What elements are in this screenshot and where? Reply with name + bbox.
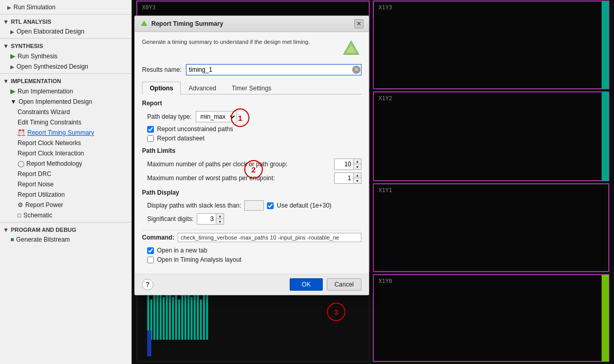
ok-button[interactable]: OK bbox=[290, 278, 322, 291]
sidebar-item-label: Run Synthesis bbox=[18, 53, 57, 60]
use-default-label[interactable]: Use default (1e+30) bbox=[277, 202, 332, 209]
open-new-tab-label[interactable]: Open in a new tab bbox=[157, 247, 207, 254]
open-new-tab-checkbox[interactable] bbox=[147, 247, 154, 254]
sidebar-item-generate-bitstream[interactable]: ■ Generate Bitstream bbox=[0, 234, 131, 245]
results-name-input[interactable] bbox=[186, 64, 361, 75]
collapse-icon: ▼ bbox=[3, 19, 9, 25]
sidebar-item-label: Constraints Wizard bbox=[18, 108, 70, 116]
tabs-row: Options Advanced Timer Settings bbox=[142, 82, 361, 94]
sidebar-item-open-synthesized[interactable]: ▶ Open Synthesized Design bbox=[0, 61, 131, 72]
sidebar-item-run-implementation[interactable]: ▶ Run Implementation bbox=[0, 86, 131, 97]
open-timing-analysis-checkbox[interactable] bbox=[147, 257, 154, 263]
dialog-close-button[interactable]: ✕ bbox=[354, 19, 364, 28]
slack-row: Display paths with slack less than: Use … bbox=[142, 200, 361, 211]
collapse-icon: ▼ bbox=[3, 227, 9, 233]
report-unconstrained-label[interactable]: Report unconstrained paths bbox=[157, 125, 233, 133]
run-arrow-icon: ▶ bbox=[10, 52, 15, 60]
significant-input-wrap: ▲ ▼ bbox=[197, 213, 224, 225]
command-row: Command: check_timing_verbose -max_paths… bbox=[142, 230, 361, 245]
max-paths-input[interactable] bbox=[335, 160, 353, 169]
sidebar: ▶ Run Simulation ▼ RTL ANALYSIS ▶ Open E… bbox=[0, 0, 132, 364]
sidebar-item-open-implemented[interactable]: ▼ Open Implemented Design bbox=[0, 97, 131, 107]
sidebar-item-label: Report Noise bbox=[18, 181, 54, 188]
sidebar-item-run-simulation[interactable]: ▶ Run Simulation bbox=[0, 2, 131, 12]
sidebar-item-run-synthesis[interactable]: ▶ Run Synthesis bbox=[0, 51, 131, 61]
annotation-3: 3 bbox=[327, 303, 345, 321]
bitstream-icon: ■ bbox=[10, 236, 14, 243]
max-paths-input-wrap: ▲ ▼ bbox=[334, 159, 361, 170]
main-area: X0Y3 X1Y3 X0Y2 X1Y2 X0Y1 X1Y1 X0Y0 bbox=[132, 0, 614, 364]
command-label: Command: bbox=[142, 234, 175, 241]
section-label: IMPLEMENTATION bbox=[11, 78, 61, 84]
footer-right: OK Cancel bbox=[290, 278, 361, 291]
report-datasheet-checkbox[interactable] bbox=[147, 135, 154, 142]
tab-options[interactable]: Options bbox=[142, 82, 181, 94]
open-timing-analysis-label[interactable]: Open in Timing Analysis layout bbox=[157, 256, 241, 263]
significant-down[interactable]: ▼ bbox=[216, 219, 224, 224]
sidebar-item-label: Schematic bbox=[23, 212, 52, 219]
max-worst-input-wrap: ▲ ▼ bbox=[334, 172, 361, 184]
sidebar-item-report-noise[interactable]: Report Noise bbox=[0, 179, 131, 189]
max-paths-label: Maximum number of paths per clock or pat… bbox=[147, 161, 334, 168]
results-clear-button[interactable]: ✕ bbox=[352, 66, 360, 74]
sidebar-item-report-timing-summary[interactable]: ⏰ Report Timing Summary bbox=[0, 128, 131, 138]
max-paths-down[interactable]: ▼ bbox=[354, 164, 361, 169]
max-paths-row: Maximum number of paths per clock or pat… bbox=[142, 159, 361, 170]
path-delay-label: Path delay type: bbox=[147, 113, 192, 120]
sidebar-item-edit-timing[interactable]: Edit Timing Constraints bbox=[0, 117, 131, 128]
results-name-row: Results name: ✕ bbox=[142, 64, 361, 75]
cancel-button[interactable]: Cancel bbox=[327, 278, 361, 291]
dialog-title-text: Report Timing Summary bbox=[151, 20, 223, 27]
max-worst-up[interactable]: ▲ bbox=[354, 173, 361, 178]
tab-timer-settings[interactable]: Timer Settings bbox=[224, 82, 279, 94]
sidebar-item-label: Run Implementation bbox=[18, 88, 73, 95]
sidebar-item-report-clock-interaction[interactable]: Report Clock Interaction bbox=[0, 148, 131, 159]
sidebar-item-report-methodology[interactable]: ◯ Report Methodology bbox=[0, 159, 131, 169]
slack-input[interactable] bbox=[244, 200, 264, 211]
sidebar-item-label: Open Synthesized Design bbox=[17, 63, 88, 70]
max-worst-spinner: ▲ ▼ bbox=[353, 173, 361, 183]
sidebar-item-report-drc[interactable]: Report DRC bbox=[0, 169, 131, 179]
use-default-checkbox[interactable] bbox=[267, 202, 274, 209]
open-timing-analysis-row: Open in Timing Analysis layout bbox=[142, 256, 361, 263]
svg-marker-50 bbox=[141, 22, 147, 25]
max-worst-down[interactable]: ▼ bbox=[354, 178, 361, 183]
section-label: RTL ANALYSIS bbox=[11, 19, 51, 25]
sidebar-item-open-elaborated[interactable]: ▶ Open Elaborated Design bbox=[0, 26, 131, 37]
significant-input[interactable] bbox=[197, 214, 216, 224]
sidebar-item-report-utilization[interactable]: Report Utilization bbox=[0, 189, 131, 200]
command-text: check_timing_verbose -max_paths 10 -inpu… bbox=[178, 233, 361, 242]
sidebar-item-label: Report Power bbox=[25, 201, 63, 209]
max-worst-input[interactable] bbox=[335, 173, 353, 183]
report-unconstrained-row: Report unconstrained paths bbox=[142, 125, 361, 133]
sidebar-item-label: Open Elaborated Design bbox=[17, 28, 84, 35]
max-paths-up[interactable]: ▲ bbox=[354, 159, 361, 164]
sidebar-item-report-clock-networks[interactable]: Report Clock Networks bbox=[0, 138, 131, 148]
sidebar-item-label: Report Clock Networks bbox=[18, 139, 81, 147]
sidebar-item-label: Open Implemented Design bbox=[19, 98, 92, 105]
chevron-icon: ▶ bbox=[7, 5, 11, 10]
chevron-icon: ▶ bbox=[10, 29, 14, 35]
report-datasheet-label[interactable]: Report datasheet bbox=[157, 135, 204, 142]
path-display-section: Path Display Display paths with slack le… bbox=[142, 189, 361, 225]
significant-up[interactable]: ▲ bbox=[216, 214, 224, 219]
sidebar-section-synthesis: ▼ SYNTHESIS bbox=[0, 40, 131, 51]
path-delay-select[interactable]: min_max min max bbox=[196, 111, 237, 122]
sidebar-item-label: Report Clock Interaction bbox=[18, 150, 84, 157]
sidebar-item-label: Report Methodology bbox=[26, 160, 82, 167]
section-label: PROGRAM AND DEBUG bbox=[11, 227, 76, 233]
dialog-titlebar: Report Timing Summary ✕ bbox=[135, 16, 369, 32]
path-display-title: Path Display bbox=[142, 189, 361, 196]
results-input-wrap: ✕ bbox=[186, 64, 361, 75]
significant-digits-row: Significant digits: ▲ ▼ bbox=[142, 213, 361, 225]
significant-label: Significant digits: bbox=[147, 215, 194, 223]
circle-icon: ◯ bbox=[18, 160, 24, 167]
sidebar-item-report-power[interactable]: ⚙ Report Power bbox=[0, 200, 131, 210]
path-delay-row: Path delay type: min_max min max bbox=[142, 111, 361, 122]
sidebar-item-constraints-wizard[interactable]: Constraints Wizard bbox=[0, 107, 131, 117]
tab-advanced[interactable]: Advanced bbox=[181, 82, 224, 94]
sidebar-item-schematic[interactable]: □ Schematic bbox=[0, 210, 131, 220]
help-button[interactable]: ? bbox=[142, 279, 153, 290]
report-unconstrained-checkbox[interactable] bbox=[147, 126, 154, 133]
vivado-small-icon bbox=[140, 20, 148, 28]
